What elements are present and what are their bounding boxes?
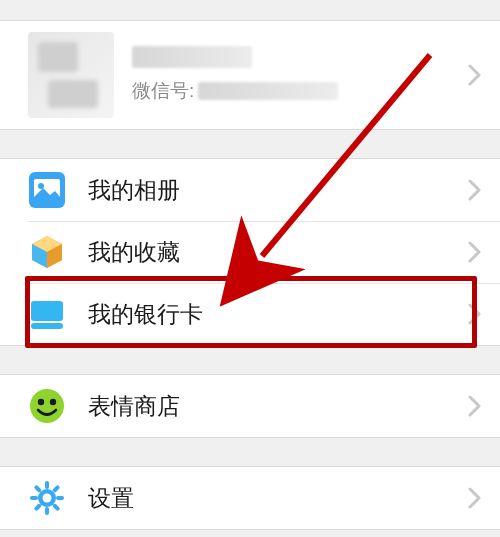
svg-rect-11	[30, 496, 38, 500]
menu-section-3: 设置	[0, 466, 500, 530]
menu-label: 表情商店	[88, 391, 468, 422]
menu-item-album[interactable]: 我的相册	[0, 159, 500, 221]
chevron-right-icon	[468, 64, 482, 86]
chevron-right-icon	[468, 487, 482, 509]
gear-icon	[28, 479, 66, 517]
menu-item-bankcard[interactable]: 我的银行卡	[0, 283, 500, 345]
menu-item-settings[interactable]: 设置	[0, 467, 500, 529]
avatar	[28, 32, 114, 118]
profile-text: 微信号:	[132, 46, 468, 104]
svg-point-6	[38, 399, 44, 405]
svg-rect-12	[56, 496, 64, 500]
wechat-me-screen: 微信号: 我的相册	[0, 0, 500, 537]
menu-label: 我的相册	[88, 175, 468, 206]
svg-point-7	[50, 399, 56, 405]
profile-row[interactable]: 微信号:	[0, 21, 500, 129]
chevron-right-icon	[468, 241, 482, 263]
menu-item-stickers[interactable]: 表情商店	[0, 375, 500, 437]
chevron-right-icon	[468, 395, 482, 417]
profile-section: 微信号:	[0, 20, 500, 130]
svg-point-5	[30, 389, 64, 423]
wechat-id-line: 微信号:	[132, 78, 468, 104]
svg-rect-3	[31, 301, 63, 321]
menu-section-1: 我的相册 我的收藏	[0, 158, 500, 346]
svg-point-17	[43, 494, 52, 503]
sticker-icon	[28, 387, 66, 425]
svg-rect-9	[45, 481, 49, 489]
nickname-blurred	[132, 46, 252, 68]
menu-label: 设置	[88, 483, 468, 514]
svg-rect-4	[31, 323, 63, 329]
chevron-right-icon	[468, 179, 482, 201]
wechat-id-blurred	[198, 82, 338, 100]
bankcard-icon	[28, 295, 66, 333]
chevron-right-icon	[468, 303, 482, 325]
menu-item-favorites[interactable]: 我的收藏	[0, 221, 500, 283]
menu-label: 我的收藏	[88, 237, 468, 268]
wechat-id-label: 微信号:	[132, 78, 194, 104]
album-icon	[28, 171, 66, 209]
svg-rect-10	[45, 507, 49, 515]
favorites-icon	[28, 233, 66, 271]
menu-label: 我的银行卡	[88, 299, 468, 330]
menu-section-2: 表情商店	[0, 374, 500, 438]
